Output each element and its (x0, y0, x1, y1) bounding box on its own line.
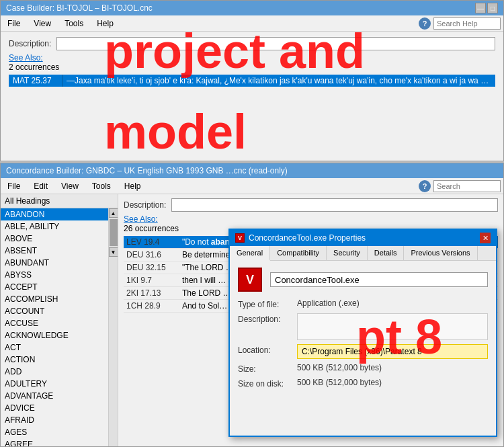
dialog-titlebar: V ConcordanceTool.exe Properties ✕ (230, 230, 496, 246)
scroll-up-btn[interactable]: ▲ (109, 208, 118, 218)
minimize-btn[interactable]: — (475, 3, 486, 13)
sidebar-item[interactable]: ACCEPT (1, 281, 108, 293)
location-label: Location: (238, 344, 292, 355)
sidebar-item[interactable]: ADD (1, 366, 108, 378)
sidebar-item[interactable]: ABSENT (1, 245, 108, 257)
dialog-body: V Type of file: Application (.exe) Descr… (230, 261, 496, 399)
main-menu-view[interactable]: View (57, 180, 83, 192)
sidebar-title: All Headings (1, 194, 118, 208)
sidebar-item[interactable]: ABYSS (1, 269, 108, 281)
type-value: Application (.exe) (297, 298, 488, 308)
scroll-down-btn[interactable]: ▼ (109, 247, 118, 257)
ref-col: 2KI 17.13 (124, 287, 179, 300)
dialog-tab-security[interactable]: Security (327, 246, 368, 260)
sidebar-item[interactable]: ABOVE (1, 233, 108, 245)
scroll-thumb[interactable] (110, 219, 118, 246)
ref-col: 1KI 9.7 (124, 274, 179, 287)
sidebar-item[interactable]: ACCOMPLISH (1, 293, 108, 305)
type-row: Type of file: Application (.exe) (238, 298, 488, 309)
top-window-title: Case Builder: BI-TOJOL – BI-TOJOL.cnc (6, 3, 153, 13)
sidebar-item[interactable]: ACT (1, 341, 108, 354)
search-input[interactable] (433, 17, 501, 30)
sidebar-item[interactable]: ABUNDANT (1, 257, 108, 269)
dialog-title-text: ConcordanceTool.exe Properties (249, 233, 366, 243)
main-menu-edit[interactable]: Edit (30, 180, 52, 192)
sidebar-item[interactable]: ABANDON (1, 208, 108, 220)
dialog-desc-label: Description: (238, 313, 292, 324)
content-desc-label: Description: (124, 200, 166, 210)
sidebar-item[interactable]: ACCUSE (1, 317, 108, 329)
menu-help[interactable]: Help (93, 17, 118, 30)
main-menubar: File Edit View Tools Help ? (1, 178, 503, 194)
main-help-icon[interactable]: ? (419, 180, 431, 192)
sidebar-item[interactable]: ADVANTAGE (1, 390, 108, 402)
titlebar-controls: — □ (475, 3, 498, 13)
main-titlebar: Concordance Builder: GNBDC – UK English … (1, 163, 503, 178)
desc-label: Description: (9, 39, 51, 48)
content-desc-input[interactable] (171, 198, 498, 212)
help-icon[interactable]: ? (419, 17, 431, 30)
dialog-close-button[interactable]: ✕ (480, 233, 491, 243)
see-also-link[interactable]: See Also: (9, 53, 495, 63)
sidebar-item[interactable]: AGREE (1, 438, 108, 446)
sidebar-item[interactable]: AGES (1, 426, 108, 438)
sidebar-item[interactable]: AFRAID (1, 414, 108, 426)
ref-col: DEU 32.15 (124, 261, 179, 274)
dialog-desc-area (297, 313, 488, 340)
ref-col: DEU 31.6 (124, 249, 179, 261)
sidebar-item[interactable]: ACKNOWLEDGE (1, 329, 108, 341)
dialog-tab-previous-versions[interactable]: Previous Versions (404, 246, 477, 260)
sidebar-scrollbar[interactable]: ▲ ▼ (108, 208, 118, 446)
sidebar-list: ABANDONABLE, ABILITYABOVEABSENTABUNDANTA… (1, 208, 108, 446)
dialog-icon-row: V (238, 268, 488, 292)
maximize-btn[interactable]: □ (487, 3, 498, 13)
sidebar-item[interactable]: ACTION (1, 354, 108, 366)
dialog-tab-details[interactable]: Details (368, 246, 405, 260)
ref-cell: MAT 25.37 (9, 75, 62, 87)
ref-col: 1CH 28.9 (124, 300, 179, 313)
sidebar: All Headings ABANDONABLE, ABILITYABOVEAB… (1, 194, 118, 446)
top-window: Case Builder: BI-TOJOL – BI-TOJOL.cnc — … (0, 0, 504, 161)
main-menu-help[interactable]: Help (120, 180, 145, 192)
ref-col: LEV 19.4 (124, 236, 179, 249)
desc-row: Description: (9, 37, 495, 50)
main-search-input[interactable] (433, 180, 501, 192)
menu-tools[interactable]: Tools (60, 17, 87, 30)
size-disk-label: Size on disk: (238, 378, 292, 389)
menu-view[interactable]: View (30, 17, 55, 30)
reference-row: MAT 25.37 —Jaxa ma'tik leke'i, ti oj sjo… (9, 75, 495, 87)
filename-input[interactable] (270, 272, 488, 287)
dialog-title-area: V ConcordanceTool.exe Properties (235, 233, 366, 243)
content-desc-row: Description: (124, 198, 498, 212)
dialog-tab-compatibility[interactable]: Compatibility (270, 246, 327, 260)
top-menubar: File View Tools Help ? (1, 15, 503, 32)
type-label: Type of file: (238, 298, 292, 309)
location-row: Location: C:\Program Files (x86)\Paratex… (238, 344, 488, 359)
sidebar-item[interactable]: ADVICE (1, 402, 108, 414)
top-titlebar: Case Builder: BI-TOJOL – BI-TOJOL.cnc — … (1, 1, 503, 15)
desc-input[interactable] (56, 37, 495, 50)
desc-row-dialog: Description: (238, 313, 488, 340)
properties-dialog: V ConcordanceTool.exe Properties ✕ Gener… (228, 229, 497, 437)
dialog-tabs: GeneralCompatibilitySecurityDetailsPrevi… (230, 246, 496, 261)
top-content: Description: See Also: 2 occurrences MAT… (1, 32, 503, 92)
main-menu-file[interactable]: File (3, 180, 24, 192)
menu-file[interactable]: File (3, 17, 24, 30)
main-menu-tools[interactable]: Tools (88, 180, 115, 192)
location-value: C:\Program Files (x86)\Paratext 8 (297, 344, 488, 359)
app-icon: V (238, 268, 262, 292)
dialog-title-icon: V (235, 233, 245, 243)
size-row: Size: 500 KB (512,000 bytes) (238, 363, 488, 374)
content-see-also[interactable]: See Also: (124, 214, 498, 224)
sidebar-item[interactable]: ACCOUNT (1, 305, 108, 317)
size-value: 500 KB (512,000 bytes) (297, 363, 488, 372)
dialog-tab-general[interactable]: General (230, 246, 270, 261)
size-disk-value: 500 KB (512,000 bytes) (297, 378, 488, 387)
size-label: Size: (238, 363, 292, 374)
sidebar-item[interactable]: ABLE, ABILITY (1, 220, 108, 233)
main-window-title: Concordance Builder: GNBDC – UK English … (6, 166, 288, 175)
sidebar-item[interactable]: ADULTERY (1, 378, 108, 390)
occurrences: 2 occurrences (9, 63, 495, 72)
search-area: ? (419, 17, 501, 30)
size-disk-row: Size on disk: 500 KB (512,000 bytes) (238, 378, 488, 389)
